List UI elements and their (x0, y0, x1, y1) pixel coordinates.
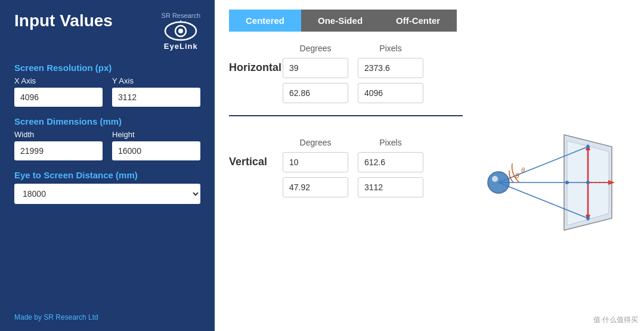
svg-text:θ: θ (521, 166, 525, 174)
tab-one-sided[interactable]: One-Sided (301, 10, 379, 32)
width-input[interactable] (14, 141, 103, 160)
height-label: Height (112, 130, 200, 139)
eye-distance-group: 18000 500 600 700 (14, 184, 200, 204)
y-axis-group: Y Axis (112, 76, 200, 107)
h-row2-degrees: 62.86 (283, 83, 348, 103)
screen-resolution-section-title: Screen Resolution (px) (14, 63, 200, 73)
page-title: Input Values (14, 12, 113, 30)
axis-row-dimensions: Width Height (14, 130, 200, 160)
vertical-value-rows: 10 612.6 47.92 3112 (283, 152, 423, 197)
eye-distance-select[interactable]: 18000 500 600 700 (14, 184, 200, 204)
svg-point-22 (565, 181, 569, 184)
x-axis-input[interactable] (14, 88, 103, 107)
degrees-header-v: Degrees (283, 138, 348, 147)
vertical-label: Vertical (229, 138, 283, 168)
tab-centered[interactable]: Centered (229, 10, 301, 32)
tab-off-center[interactable]: Off-Center (379, 10, 457, 32)
svg-point-23 (586, 145, 590, 149)
horizontal-row-2: 62.86 4096 (283, 83, 423, 103)
width-group: Width (14, 130, 103, 160)
v-row1-pixels: 612.6 (358, 152, 423, 172)
sr-research-label: SR Research (162, 12, 200, 19)
svg-point-9 (492, 176, 498, 182)
height-input[interactable] (112, 141, 200, 160)
logo-box: SR Research EyeLink (162, 12, 200, 51)
right-panel: Centered One-Sided Off-Center Horizontal… (215, 0, 644, 331)
diagram-area: θ θ (463, 44, 630, 321)
angle-diagram: θ θ (469, 123, 624, 242)
width-label: Width (14, 130, 103, 139)
vertical-section: Vertical Degrees Pixels 10 612.6 47.92 (229, 138, 463, 197)
left-panel: Input Values SR Research EyeLink (0, 0, 215, 331)
results-section: Horizontal Degrees Pixels 39 2373.6 62.8… (229, 44, 463, 321)
pixels-header-h: Pixels (358, 44, 423, 53)
axis-row-resolution: X Axis Y Axis (14, 76, 200, 107)
svg-point-21 (586, 181, 590, 184)
watermark: 值·什么值得买 (593, 315, 638, 325)
made-by-label: Made by SR Research Ltd (14, 306, 200, 321)
x-axis-group: X Axis (14, 76, 103, 107)
vertical-col-headers: Degrees Pixels (283, 138, 423, 147)
h-row1-pixels: 2373.6 (358, 58, 423, 78)
y-axis-label: Y Axis (112, 76, 200, 85)
height-group: Height (112, 130, 200, 160)
horizontal-label: Horizontal (229, 44, 283, 74)
eye-distance-section-title: Eye to Screen Distance (mm) (14, 170, 200, 180)
vertical-row-1: 10 612.6 (283, 152, 423, 172)
pixels-header-v: Pixels (358, 138, 423, 147)
v-row2-degrees: 47.92 (283, 177, 348, 197)
v-row1-degrees: 10 (283, 152, 348, 172)
horizontal-section: Horizontal Degrees Pixels 39 2373.6 62.8… (229, 44, 463, 116)
main-content: Horizontal Degrees Pixels 39 2373.6 62.8… (229, 44, 630, 321)
horizontal-value-rows: 39 2373.6 62.86 4096 (283, 58, 423, 103)
logo-row: Input Values SR Research EyeLink (14, 12, 200, 51)
h-row2-pixels: 4096 (358, 83, 423, 103)
degrees-header-h: Degrees (283, 44, 348, 53)
x-axis-label: X Axis (14, 76, 103, 85)
tabs-row: Centered One-Sided Off-Center (229, 10, 630, 32)
eyelink-label: EyeLink (164, 42, 198, 51)
v-row2-pixels: 3112 (358, 177, 423, 197)
vertical-row-2: 47.92 3112 (283, 177, 423, 197)
svg-point-24 (586, 216, 590, 220)
vertical-values-group: Degrees Pixels 10 612.6 47.92 3112 (283, 138, 423, 197)
h-row1-degrees: 39 (283, 58, 348, 78)
horizontal-col-headers: Degrees Pixels (283, 44, 423, 53)
svg-point-2 (178, 29, 183, 33)
screen-dimensions-section-title: Screen Dimensions (mm) (14, 116, 200, 126)
horizontal-values-group: Degrees Pixels 39 2373.6 62.86 4096 (283, 44, 423, 103)
eyelink-logo: EyeLink (164, 20, 198, 51)
horizontal-row-1: 39 2373.6 (283, 58, 423, 78)
y-axis-input[interactable] (112, 88, 200, 107)
eye-icon (164, 20, 197, 42)
